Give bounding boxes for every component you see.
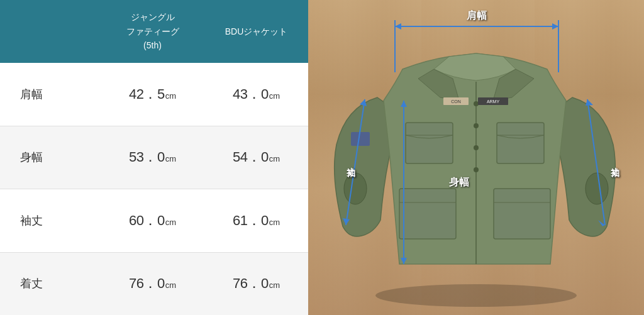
row-label-length: 着丈 bbox=[0, 276, 101, 291]
row-value-sleeve-2: 61．0cm bbox=[204, 211, 308, 230]
table-body: 肩幅 42．5cm 43．0cm 身幅 53．0cm 54．0cm 袖丈 60．… bbox=[0, 63, 308, 315]
svg-point-13 bbox=[474, 167, 479, 172]
svg-marker-33 bbox=[586, 99, 593, 106]
val-unit: cm bbox=[269, 280, 280, 290]
svg-marker-23 bbox=[552, 23, 558, 30]
svg-point-10 bbox=[474, 101, 479, 106]
val-num: 61．0 bbox=[233, 213, 269, 228]
table-row: 肩幅 42．5cm 43．0cm bbox=[0, 63, 308, 126]
row-label-shoulder: 肩幅 bbox=[0, 87, 101, 102]
svg-rect-2 bbox=[406, 123, 453, 163]
val-num: 76．0 bbox=[233, 275, 269, 291]
jacket-svg: CON ARMY 肩幅 身幅 bbox=[308, 0, 644, 315]
table-header: ジャングルファティーグ(5th) BDUジャケット bbox=[0, 0, 308, 63]
val-num: 53．0 bbox=[129, 149, 165, 165]
comparison-table: ジャングルファティーグ(5th) BDUジャケット 肩幅 42．5cm 43．0… bbox=[0, 0, 308, 315]
svg-text:肩幅: 肩幅 bbox=[466, 9, 487, 21]
header-col2: ジャングルファティーグ(5th) bbox=[101, 5, 204, 57]
svg-rect-8 bbox=[494, 189, 550, 239]
svg-point-11 bbox=[474, 123, 479, 128]
svg-point-0 bbox=[375, 284, 577, 307]
val-num: 76．0 bbox=[129, 275, 165, 291]
svg-point-19 bbox=[344, 173, 367, 204]
row-value-length-2: 76．0cm bbox=[204, 274, 308, 293]
val-unit: cm bbox=[269, 154, 280, 163]
val-num: 60．0 bbox=[129, 213, 165, 228]
val-num: 54．0 bbox=[233, 149, 269, 165]
svg-rect-4 bbox=[497, 123, 544, 163]
svg-text:ARMY: ARMY bbox=[487, 99, 500, 104]
row-label-body: 身幅 bbox=[0, 150, 101, 165]
svg-rect-18 bbox=[351, 132, 370, 146]
svg-rect-6 bbox=[399, 189, 456, 239]
val-unit: cm bbox=[269, 218, 280, 227]
val-unit: cm bbox=[165, 91, 176, 101]
svg-marker-22 bbox=[395, 23, 401, 30]
val-unit: cm bbox=[269, 91, 280, 101]
row-value-shoulder-2: 43．0cm bbox=[204, 85, 308, 104]
table-row: 袖丈 60．0cm 61．0cm bbox=[0, 189, 308, 253]
val-num: 43．0 bbox=[233, 86, 269, 102]
row-label-sleeve: 袖丈 bbox=[0, 213, 101, 228]
table-row: 身幅 53．0cm 54．0cm bbox=[0, 126, 308, 190]
svg-point-20 bbox=[586, 173, 608, 204]
val-unit: cm bbox=[165, 280, 176, 290]
row-value-length-1: 76．0cm bbox=[101, 274, 204, 293]
svg-text:CON: CON bbox=[451, 99, 461, 104]
val-num: 42．5 bbox=[129, 86, 165, 102]
svg-text:身幅: 身幅 bbox=[449, 177, 469, 187]
row-value-sleeve-1: 60．0cm bbox=[101, 211, 204, 230]
jacket-image-section: CON ARMY 肩幅 身幅 bbox=[308, 0, 644, 315]
row-value-shoulder-1: 42．5cm bbox=[101, 85, 204, 104]
header-col3: BDUジャケット bbox=[204, 19, 308, 43]
row-value-body-1: 53．0cm bbox=[101, 148, 204, 167]
svg-point-12 bbox=[474, 145, 479, 150]
val-unit: cm bbox=[165, 154, 176, 163]
val-unit: cm bbox=[165, 218, 176, 227]
table-row: 着丈 76．0cm 76．0cm bbox=[0, 253, 308, 316]
row-value-body-2: 54．0cm bbox=[204, 148, 308, 167]
